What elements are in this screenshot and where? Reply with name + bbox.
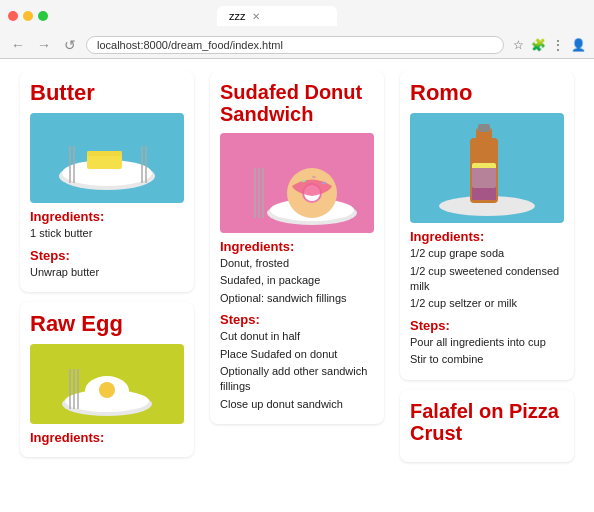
- donut-ingredient-2: Sudafed, in package: [220, 273, 374, 288]
- butter-title: Butter: [30, 81, 184, 105]
- column-2: Sudafed Donut Sandwich: [202, 71, 392, 500]
- raw-egg-ingredients-label: Ingredients:: [30, 430, 184, 445]
- extensions-icon[interactable]: 🧩: [530, 37, 546, 53]
- butter-ingredient-1: 1 stick butter: [30, 226, 184, 241]
- donut-ingredients-label: Ingredients:: [220, 239, 374, 254]
- romo-step-1: Pour all ingredients into cup: [410, 335, 564, 350]
- romo-ingredient-2: 1/2 cup sweetened condensed milk: [410, 264, 564, 295]
- romo-ingredients-label: Ingredients:: [410, 229, 564, 244]
- donut-card: Sudafed Donut Sandwich: [210, 71, 384, 424]
- browser-toolbar: ☆ 🧩 ⋮ 👤: [510, 37, 586, 53]
- tab-close-button[interactable]: ✕: [252, 11, 260, 22]
- donut-step-2: Place Sudafed on donut: [220, 347, 374, 362]
- traffic-lights: [8, 11, 48, 21]
- svg-rect-3: [87, 151, 122, 156]
- svg-point-11: [99, 382, 115, 398]
- romo-ingredient-3: 1/2 cup seltzer or milk: [410, 296, 564, 311]
- refresh-button[interactable]: ↺: [60, 37, 80, 53]
- minimize-button[interactable]: [23, 11, 33, 21]
- close-button[interactable]: [8, 11, 18, 21]
- menu-icon[interactable]: ⋮: [550, 37, 566, 53]
- donut-step-1: Cut donut in half: [220, 329, 374, 344]
- romo-image: [410, 113, 564, 223]
- falafel-title: Falafel on Pizza Crust: [410, 400, 564, 444]
- donut-ingredient-1: Donut, frosted: [220, 256, 374, 271]
- romo-title: Romo: [410, 81, 564, 105]
- svg-rect-31: [472, 168, 496, 200]
- column-3: Romo: [392, 71, 582, 500]
- romo-steps-label: Steps:: [410, 318, 564, 333]
- donut-image: [220, 133, 374, 233]
- address-bar-row: ← → ↺ localhost:8000/dream_food/index.ht…: [0, 32, 594, 58]
- donut-step-3: Optionally add other sandwich fillings: [220, 364, 374, 395]
- tab-title: zzz: [229, 10, 246, 22]
- romo-ingredient-1: 1/2 cup grape soda: [410, 246, 564, 261]
- browser-tab[interactable]: zzz ✕: [217, 6, 337, 26]
- romo-card: Romo: [400, 71, 574, 380]
- browser-chrome: zzz ✕ ← → ↺ localhost:8000/dream_food/in…: [0, 0, 594, 59]
- column-1: Butter In: [12, 71, 202, 500]
- page-content: Butter In: [0, 59, 594, 512]
- forward-button[interactable]: →: [34, 37, 54, 53]
- donut-steps-label: Steps:: [220, 312, 374, 327]
- butter-card: Butter In: [20, 71, 194, 292]
- donut-step-4: Close up donut sandwich: [220, 397, 374, 412]
- profile-icon[interactable]: 👤: [570, 37, 586, 53]
- raw-egg-card: Raw Egg I: [20, 302, 194, 457]
- romo-step-2: Stir to combine: [410, 352, 564, 367]
- recipe-grid: Butter In: [0, 59, 594, 512]
- egg-image: [30, 344, 184, 424]
- butter-image: [30, 113, 184, 203]
- falafel-card: Falafel on Pizza Crust: [400, 390, 574, 462]
- butter-steps-label: Steps:: [30, 248, 184, 263]
- raw-egg-title: Raw Egg: [30, 312, 184, 336]
- butter-step-1: Unwrap butter: [30, 265, 184, 280]
- address-bar[interactable]: localhost:8000/dream_food/index.html: [86, 36, 504, 54]
- donut-title: Sudafed Donut Sandwich: [220, 81, 374, 125]
- maximize-button[interactable]: [38, 11, 48, 21]
- donut-ingredient-3: Optional: sandwich fillings: [220, 291, 374, 306]
- bookmark-icon[interactable]: ☆: [510, 37, 526, 53]
- butter-ingredients-label: Ingredients:: [30, 209, 184, 224]
- title-bar: zzz ✕: [0, 0, 594, 32]
- svg-rect-30: [478, 124, 490, 132]
- back-button[interactable]: ←: [8, 37, 28, 53]
